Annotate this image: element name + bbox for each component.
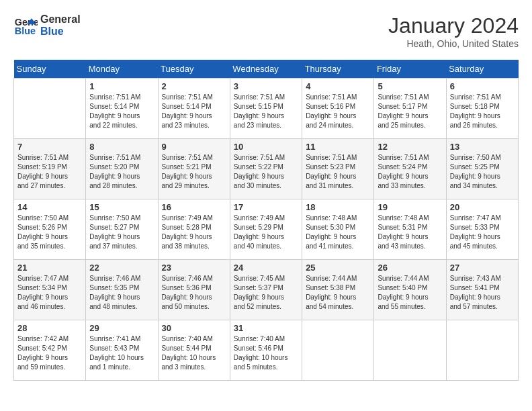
day-info: Sunrise: 7:44 AM Sunset: 5:40 PM Dayligh…	[378, 274, 442, 312]
day-cell	[374, 320, 446, 381]
day-number: 12	[378, 142, 442, 152]
day-number: 4	[306, 81, 370, 91]
day-number: 31	[234, 323, 298, 333]
day-cell: 8Sunrise: 7:51 AM Sunset: 5:20 PM Daylig…	[86, 139, 158, 199]
day-number: 5	[378, 81, 442, 91]
day-cell: 18Sunrise: 7:48 AM Sunset: 5:30 PM Dayli…	[302, 199, 374, 260]
day-cell: 3Sunrise: 7:51 AM Sunset: 5:15 PM Daylig…	[230, 79, 302, 139]
day-number: 26	[378, 263, 442, 273]
day-number: 2	[162, 81, 226, 91]
day-info: Sunrise: 7:51 AM Sunset: 5:19 PM Dayligh…	[17, 153, 82, 191]
day-cell: 5Sunrise: 7:51 AM Sunset: 5:17 PM Daylig…	[374, 79, 446, 139]
day-number: 17	[234, 202, 298, 212]
day-info: Sunrise: 7:43 AM Sunset: 5:41 PM Dayligh…	[450, 274, 515, 312]
day-info: Sunrise: 7:47 AM Sunset: 5:34 PM Dayligh…	[17, 274, 82, 312]
day-info: Sunrise: 7:51 AM Sunset: 5:21 PM Dayligh…	[162, 153, 226, 191]
day-info: Sunrise: 7:51 AM Sunset: 5:18 PM Dayligh…	[450, 93, 515, 130]
day-cell: 20Sunrise: 7:47 AM Sunset: 5:33 PM Dayli…	[446, 199, 518, 260]
weekday-header-saturday: Saturday	[446, 60, 518, 79]
day-cell: 11Sunrise: 7:51 AM Sunset: 5:23 PM Dayli…	[302, 139, 374, 199]
day-cell: 26Sunrise: 7:44 AM Sunset: 5:40 PM Dayli…	[374, 260, 446, 320]
day-info: Sunrise: 7:40 AM Sunset: 5:44 PM Dayligh…	[162, 334, 226, 372]
weekday-header-monday: Monday	[86, 60, 158, 79]
day-cell: 19Sunrise: 7:48 AM Sunset: 5:31 PM Dayli…	[374, 199, 446, 260]
day-cell	[302, 320, 374, 381]
day-number: 1	[89, 81, 154, 91]
day-number: 28	[17, 323, 82, 333]
day-cell: 4Sunrise: 7:51 AM Sunset: 5:16 PM Daylig…	[302, 79, 374, 139]
day-info: Sunrise: 7:48 AM Sunset: 5:30 PM Dayligh…	[306, 214, 370, 251]
logo-blue: Blue	[40, 26, 81, 38]
weekday-header-friday: Friday	[374, 60, 446, 79]
day-cell	[446, 320, 518, 381]
day-info: Sunrise: 7:41 AM Sunset: 5:43 PM Dayligh…	[89, 334, 154, 372]
day-cell: 30Sunrise: 7:40 AM Sunset: 5:44 PM Dayli…	[158, 320, 230, 381]
day-cell: 1Sunrise: 7:51 AM Sunset: 5:14 PM Daylig…	[86, 79, 158, 139]
logo: General Blue General Blue	[13, 13, 81, 38]
day-info: Sunrise: 7:49 AM Sunset: 5:29 PM Dayligh…	[234, 214, 298, 251]
day-cell: 16Sunrise: 7:49 AM Sunset: 5:28 PM Dayli…	[158, 199, 230, 260]
day-cell: 24Sunrise: 7:45 AM Sunset: 5:37 PM Dayli…	[230, 260, 302, 320]
day-number: 24	[234, 263, 298, 273]
day-info: Sunrise: 7:51 AM Sunset: 5:20 PM Dayligh…	[89, 153, 154, 191]
day-cell: 7Sunrise: 7:51 AM Sunset: 5:19 PM Daylig…	[14, 139, 86, 199]
day-info: Sunrise: 7:45 AM Sunset: 5:37 PM Dayligh…	[234, 274, 298, 312]
day-info: Sunrise: 7:49 AM Sunset: 5:28 PM Dayligh…	[162, 214, 226, 251]
day-info: Sunrise: 7:51 AM Sunset: 5:24 PM Dayligh…	[378, 153, 442, 191]
calendar-table: SundayMondayTuesdayWednesdayThursdayFrid…	[13, 60, 519, 381]
day-number: 27	[450, 263, 515, 273]
day-cell: 2Sunrise: 7:51 AM Sunset: 5:14 PM Daylig…	[158, 79, 230, 139]
day-info: Sunrise: 7:42 AM Sunset: 5:42 PM Dayligh…	[17, 334, 82, 372]
day-number: 15	[89, 202, 154, 212]
day-number: 6	[450, 81, 515, 91]
day-number: 16	[162, 202, 226, 212]
day-cell: 25Sunrise: 7:44 AM Sunset: 5:38 PM Dayli…	[302, 260, 374, 320]
day-number: 8	[89, 142, 154, 152]
day-info: Sunrise: 7:51 AM Sunset: 5:15 PM Dayligh…	[234, 93, 298, 130]
weekday-header-row: SundayMondayTuesdayWednesdayThursdayFrid…	[14, 60, 519, 79]
day-info: Sunrise: 7:47 AM Sunset: 5:33 PM Dayligh…	[450, 214, 515, 251]
day-number: 22	[89, 263, 154, 273]
day-number: 23	[162, 263, 226, 273]
month-title: January 2024	[388, 13, 519, 38]
day-number: 19	[378, 202, 442, 212]
day-cell: 22Sunrise: 7:46 AM Sunset: 5:35 PM Dayli…	[86, 260, 158, 320]
day-number: 9	[162, 142, 226, 152]
day-number: 11	[306, 142, 370, 152]
day-number: 18	[306, 202, 370, 212]
day-info: Sunrise: 7:51 AM Sunset: 5:16 PM Dayligh…	[306, 93, 370, 130]
day-cell: 13Sunrise: 7:50 AM Sunset: 5:25 PM Dayli…	[446, 139, 518, 199]
day-number: 20	[450, 202, 515, 212]
week-row-3: 14Sunrise: 7:50 AM Sunset: 5:26 PM Dayli…	[14, 199, 519, 260]
day-cell: 9Sunrise: 7:51 AM Sunset: 5:21 PM Daylig…	[158, 139, 230, 199]
day-info: Sunrise: 7:40 AM Sunset: 5:46 PM Dayligh…	[234, 334, 298, 372]
day-info: Sunrise: 7:50 AM Sunset: 5:26 PM Dayligh…	[17, 214, 82, 251]
day-number: 13	[450, 142, 515, 152]
day-info: Sunrise: 7:46 AM Sunset: 5:36 PM Dayligh…	[162, 274, 226, 312]
day-number: 21	[17, 263, 82, 273]
day-info: Sunrise: 7:48 AM Sunset: 5:31 PM Dayligh…	[378, 214, 442, 251]
weekday-header-wednesday: Wednesday	[230, 60, 302, 79]
day-info: Sunrise: 7:51 AM Sunset: 5:14 PM Dayligh…	[89, 93, 154, 130]
day-info: Sunrise: 7:51 AM Sunset: 5:23 PM Dayligh…	[306, 153, 370, 191]
logo-icon: General Blue	[13, 13, 38, 38]
day-info: Sunrise: 7:50 AM Sunset: 5:25 PM Dayligh…	[450, 153, 515, 191]
day-cell: 27Sunrise: 7:43 AM Sunset: 5:41 PM Dayli…	[446, 260, 518, 320]
day-cell: 23Sunrise: 7:46 AM Sunset: 5:36 PM Dayli…	[158, 260, 230, 320]
day-info: Sunrise: 7:51 AM Sunset: 5:17 PM Dayligh…	[378, 93, 442, 130]
day-number: 7	[17, 142, 82, 152]
location: Heath, Ohio, United States	[388, 38, 519, 49]
day-number: 14	[17, 202, 82, 212]
day-info: Sunrise: 7:46 AM Sunset: 5:35 PM Dayligh…	[89, 274, 154, 312]
week-row-4: 21Sunrise: 7:47 AM Sunset: 5:34 PM Dayli…	[14, 260, 519, 320]
page-header: General Blue General Blue January 2024 H…	[13, 13, 519, 49]
day-cell: 29Sunrise: 7:41 AM Sunset: 5:43 PM Dayli…	[86, 320, 158, 381]
day-cell: 6Sunrise: 7:51 AM Sunset: 5:18 PM Daylig…	[446, 79, 518, 139]
day-info: Sunrise: 7:44 AM Sunset: 5:38 PM Dayligh…	[306, 274, 370, 312]
day-number: 10	[234, 142, 298, 152]
day-cell: 28Sunrise: 7:42 AM Sunset: 5:42 PM Dayli…	[14, 320, 86, 381]
day-number: 30	[162, 323, 226, 333]
weekday-header-sunday: Sunday	[14, 60, 86, 79]
day-number: 29	[89, 323, 154, 333]
day-cell: 17Sunrise: 7:49 AM Sunset: 5:29 PM Dayli…	[230, 199, 302, 260]
